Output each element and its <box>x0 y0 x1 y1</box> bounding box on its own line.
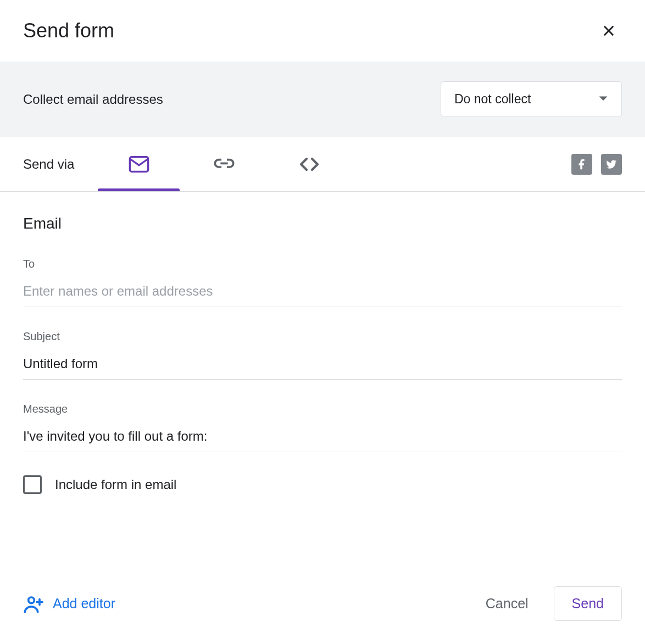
message-field: Message <box>23 403 622 452</box>
message-input[interactable] <box>23 424 622 452</box>
add-editor-label: Add editor <box>53 596 115 612</box>
person-add-icon <box>23 593 45 615</box>
facebook-icon <box>576 158 588 170</box>
add-editor-button[interactable]: Add editor <box>23 593 115 615</box>
dropdown-selected-value: Do not collect <box>454 92 531 107</box>
dialog-footer: Add editor Cancel Send <box>0 573 645 644</box>
send-via-tabs <box>96 137 352 191</box>
footer-actions: Cancel Send <box>474 586 622 621</box>
social-share <box>571 154 622 175</box>
svg-point-3 <box>29 597 35 603</box>
to-field: To <box>23 258 622 307</box>
close-button[interactable] <box>596 18 622 44</box>
share-facebook-button[interactable] <box>571 154 592 175</box>
code-icon <box>298 153 320 175</box>
tab-embed[interactable] <box>266 137 352 191</box>
to-label: To <box>23 258 622 270</box>
dialog-header: Send form <box>0 0 645 62</box>
cancel-button[interactable]: Cancel <box>474 587 541 620</box>
send-via-label: Send via <box>23 157 74 172</box>
send-form-dialog: Send form Collect email addresses Do not… <box>0 0 645 644</box>
subject-field: Subject <box>23 330 622 380</box>
subject-input[interactable] <box>23 352 622 380</box>
link-icon <box>213 153 235 175</box>
message-label: Message <box>23 403 622 415</box>
dialog-title: Send form <box>23 19 114 42</box>
include-form-checkbox[interactable] <box>23 475 42 494</box>
email-section: Email To Subject Message Include form in… <box>0 192 645 573</box>
tab-email[interactable] <box>96 137 181 191</box>
subject-label: Subject <box>23 330 622 343</box>
collect-email-row: Collect email addresses Do not collect <box>0 62 645 137</box>
close-icon <box>601 23 616 38</box>
collect-email-label: Collect email addresses <box>23 92 163 107</box>
send-button[interactable]: Send <box>554 586 622 621</box>
tab-link[interactable] <box>181 137 266 191</box>
to-input[interactable] <box>23 279 622 307</box>
mail-icon <box>128 153 150 175</box>
send-via-row: Send via <box>0 137 645 192</box>
chevron-down-icon <box>598 95 608 104</box>
email-section-title: Email <box>23 215 622 232</box>
collect-email-dropdown[interactable]: Do not collect <box>441 81 622 117</box>
twitter-icon <box>605 158 618 170</box>
include-form-row: Include form in email <box>23 475 622 494</box>
include-form-label: Include form in email <box>55 477 176 492</box>
share-twitter-button[interactable] <box>601 154 622 175</box>
